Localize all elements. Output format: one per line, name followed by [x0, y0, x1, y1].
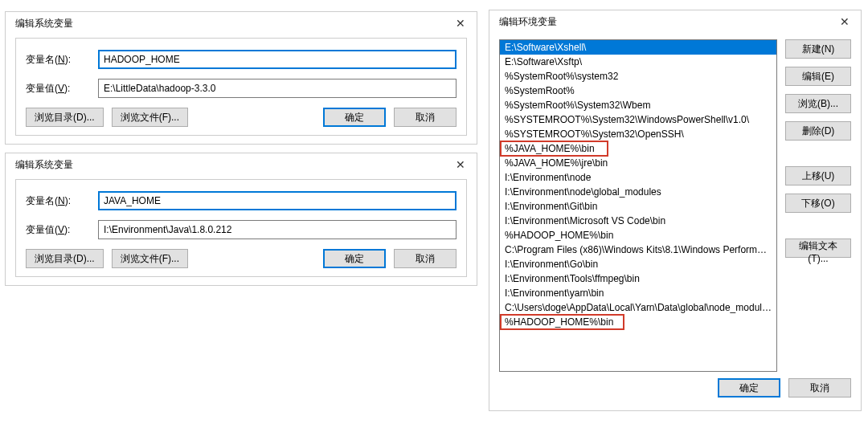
path-list-item[interactable]: %HADOOP_HOME%\bin [500, 315, 776, 329]
var-name-label: 变量名(N): [26, 194, 98, 208]
var-value-label: 变量值(V): [26, 82, 98, 96]
var-value-row: 变量值(V): [26, 79, 457, 98]
var-value-row: 变量值(V): [26, 220, 457, 239]
delete-button[interactable]: 删除(D) [785, 121, 851, 141]
close-icon[interactable]: ✕ [835, 15, 854, 28]
browse-file-button[interactable]: 浏览文件(F)... [112, 108, 188, 127]
edit-text-button[interactable]: 编辑文本(T)... [785, 238, 851, 258]
path-list-item[interactable]: %JAVA_HOME%\bin [500, 141, 776, 156]
dialog-body: E:\Software\Xshell\E:\Software\Xsftp\%Sy… [489, 33, 861, 378]
title-bar: 编辑系统变量 ✕ [6, 153, 477, 176]
var-name-row: 变量名(N): [26, 50, 457, 69]
dialog-body: 变量名(N): 变量值(V): 浏览目录(D)... 浏览文件(F)... 确定… [15, 38, 467, 136]
path-list-item[interactable]: %SystemRoot% [500, 84, 776, 98]
path-list-item[interactable]: E:\Software\Xsftp\ [500, 55, 776, 69]
path-list-item[interactable]: E:\Software\Xshell\ [500, 40, 776, 55]
close-icon[interactable]: ✕ [451, 158, 470, 171]
path-list-item[interactable]: %SystemRoot%\System32\Wbem [500, 98, 776, 112]
path-list-item[interactable]: I:\Environment\Git\bin [500, 199, 776, 214]
path-list-item[interactable]: %SYSTEMROOT%\System32\OpenSSH\ [500, 127, 776, 141]
path-list-item[interactable]: I:\Environment\Microsoft VS Code\bin [500, 214, 776, 228]
path-list-item[interactable]: I:\Environment\yarn\bin [500, 286, 776, 300]
var-name-row: 变量名(N): [26, 191, 457, 210]
path-list-item[interactable]: I:\Environment\node\global_modules [500, 185, 776, 199]
path-list-item[interactable]: I:\Environment\node [500, 170, 776, 185]
path-list-item[interactable]: %HADOOP_HOME%\bin [500, 228, 776, 243]
var-name-input[interactable] [98, 191, 457, 210]
var-value-input[interactable] [98, 79, 457, 98]
side-buttons: 新建(N) 编辑(E) 浏览(B)... 删除(D) 上移(U) 下移(O) 编… [785, 39, 851, 372]
new-button[interactable]: 新建(N) [785, 39, 851, 59]
path-list-item[interactable]: I:\Environment\Go\bin [500, 257, 776, 271]
dialog-title: 编辑系统变量 [15, 17, 73, 31]
edit-system-var-dialog-2: 编辑系统变量 ✕ 变量名(N): 变量值(V): 浏览目录(D)... 浏览文件… [5, 153, 477, 286]
ok-button[interactable]: 确定 [718, 378, 780, 398]
path-list-item[interactable]: %JAVA_HOME%\jre\bin [500, 156, 776, 170]
edit-system-var-dialog-1: 编辑系统变量 ✕ 变量名(N): 变量值(V): 浏览目录(D)... 浏览文件… [5, 11, 477, 145]
move-up-button[interactable]: 上移(U) [785, 166, 851, 186]
browse-dir-button[interactable]: 浏览目录(D)... [26, 249, 104, 268]
cancel-button[interactable]: 取消 [394, 108, 457, 127]
ok-button[interactable]: 确定 [323, 249, 386, 268]
path-list-item[interactable]: %SystemRoot%\system32 [500, 69, 776, 84]
browse-dir-button[interactable]: 浏览目录(D)... [26, 108, 104, 127]
cancel-button[interactable]: 取消 [788, 378, 851, 398]
dialog-body: 变量名(N): 变量值(V): 浏览目录(D)... 浏览文件(F)... 确定… [15, 179, 467, 277]
footer-buttons: 确定 取消 [489, 378, 861, 406]
title-bar: 编辑环境变量 ✕ [489, 10, 861, 33]
ok-button[interactable]: 确定 [323, 108, 386, 127]
title-bar: 编辑系统变量 ✕ [6, 12, 477, 35]
move-down-button[interactable]: 下移(O) [785, 194, 851, 213]
path-list[interactable]: E:\Software\Xshell\E:\Software\Xsftp\%Sy… [499, 39, 777, 372]
dialog-title: 编辑环境变量 [499, 15, 557, 29]
browse-button[interactable]: 浏览(B)... [785, 94, 851, 113]
var-value-input[interactable] [98, 220, 457, 239]
edit-env-var-dialog: 编辑环境变量 ✕ E:\Software\Xshell\E:\Software\… [489, 10, 862, 411]
var-value-label: 变量值(V): [26, 223, 98, 237]
path-list-item[interactable]: C:\Users\doge\AppData\Local\Yarn\Data\gl… [500, 300, 776, 315]
button-row: 浏览目录(D)... 浏览文件(F)... 确定 取消 [26, 249, 457, 268]
browse-file-button[interactable]: 浏览文件(F)... [112, 249, 188, 268]
edit-button[interactable]: 编辑(E) [785, 67, 851, 86]
var-name-label: 变量名(N): [26, 53, 98, 67]
close-icon[interactable]: ✕ [451, 17, 470, 30]
cancel-button[interactable]: 取消 [394, 249, 457, 268]
dialog-title: 编辑系统变量 [15, 158, 73, 172]
var-name-input[interactable] [98, 50, 457, 69]
button-row: 浏览目录(D)... 浏览文件(F)... 确定 取消 [26, 108, 457, 127]
path-list-item[interactable]: %SYSTEMROOT%\System32\WindowsPowerShell\… [500, 112, 776, 127]
path-list-item[interactable]: I:\Environment\Tools\ffmpeg\bin [500, 271, 776, 286]
path-list-item[interactable]: C:\Program Files (x86)\Windows Kits\8.1\… [500, 243, 776, 257]
